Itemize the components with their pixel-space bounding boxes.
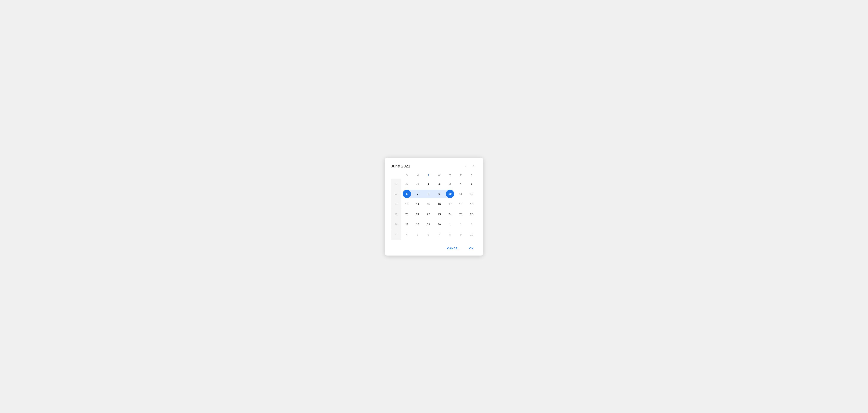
week-number: 24 <box>391 199 401 209</box>
calendar-day-cell[interactable]: 18 <box>456 199 466 209</box>
calendar-day-cell[interactable]: 27 <box>401 219 412 229</box>
calendar-day-cell[interactable]: 8 <box>444 229 455 240</box>
calendar-day-cell[interactable]: 28 <box>412 219 423 229</box>
day-number[interactable]: 2 <box>435 180 443 188</box>
day-number[interactable]: 7 <box>413 190 422 198</box>
calendar-day-cell[interactable]: 31 <box>412 179 423 189</box>
calendar-day-cell[interactable]: 10 <box>466 229 477 240</box>
day-number[interactable]: 4 <box>403 230 411 239</box>
day-number[interactable]: 9 <box>457 230 465 239</box>
calendar-day-cell[interactable]: 4 <box>401 229 412 240</box>
week-number: 26 <box>391 219 401 229</box>
weekday-header-fri: F <box>456 173 466 179</box>
calendar-day-cell[interactable]: 3 <box>466 219 477 229</box>
calendar-day-cell[interactable]: 16 <box>434 199 444 209</box>
calendar-day-cell[interactable]: 14 <box>412 199 423 209</box>
day-number[interactable]: 23 <box>435 210 443 218</box>
calendar-day-cell[interactable]: 5 <box>466 179 477 189</box>
calendar-day-cell[interactable]: 7 <box>412 189 423 199</box>
calendar-day-cell[interactable]: 6 <box>423 229 434 240</box>
day-number[interactable]: 20 <box>403 210 411 218</box>
day-number[interactable]: 27 <box>403 220 411 228</box>
calendar-day-cell[interactable]: 30 <box>401 179 412 189</box>
day-number[interactable]: 1 <box>446 220 454 228</box>
day-number[interactable]: 3 <box>467 220 476 228</box>
day-number[interactable]: 24 <box>446 210 454 218</box>
calendar-day-cell[interactable]: 15 <box>423 199 434 209</box>
calendar-day-cell[interactable]: 2 <box>434 179 444 189</box>
calendar-day-cell[interactable]: 7 <box>434 229 444 240</box>
day-number[interactable]: 28 <box>413 220 422 228</box>
calendar-day-cell[interactable]: 5 <box>412 229 423 240</box>
day-number[interactable]: 26 <box>467 210 476 218</box>
day-number[interactable]: 30 <box>435 220 443 228</box>
day-number[interactable]: 19 <box>467 200 476 208</box>
day-number[interactable]: 17 <box>446 200 454 208</box>
ok-button[interactable]: OK <box>466 245 477 252</box>
calendar-day-cell[interactable]: 22 <box>423 209 434 219</box>
day-number[interactable]: 12 <box>467 190 476 198</box>
calendar-day-cell[interactable]: 21 <box>412 209 423 219</box>
day-number[interactable]: 13 <box>403 200 411 208</box>
day-number[interactable]: 16 <box>435 200 443 208</box>
calendar-day-cell[interactable]: 26 <box>466 209 477 219</box>
cancel-button[interactable]: CANCEL <box>444 245 463 252</box>
calendar-day-cell[interactable]: 10 <box>444 189 455 199</box>
calendar-day-cell[interactable]: 12 <box>466 189 477 199</box>
calendar-day-cell[interactable]: 2 <box>456 219 466 229</box>
day-number[interactable]: 5 <box>467 180 476 188</box>
calendar-day-cell[interactable]: 11 <box>456 189 466 199</box>
day-number[interactable]: 22 <box>424 210 433 218</box>
day-number[interactable]: 11 <box>457 190 465 198</box>
day-number[interactable]: 6 <box>403 190 411 198</box>
day-number[interactable]: 6 <box>424 230 433 239</box>
day-number[interactable]: 5 <box>413 230 422 239</box>
calendar-day-cell[interactable]: 23 <box>434 209 444 219</box>
day-number[interactable]: 8 <box>446 230 454 239</box>
next-month-button[interactable]: › <box>471 163 477 169</box>
weekday-header-thu: T <box>444 173 455 179</box>
day-number[interactable]: 10 <box>446 190 454 198</box>
calendar-day-cell[interactable]: 30 <box>434 219 444 229</box>
calendar-day-cell[interactable]: 19 <box>466 199 477 209</box>
day-number[interactable]: 30 <box>403 180 411 188</box>
day-number[interactable]: 7 <box>435 230 443 239</box>
calendar-day-cell[interactable]: 9 <box>434 189 444 199</box>
calendar-day-cell[interactable]: 20 <box>401 209 412 219</box>
calendar-day-cell[interactable]: 1 <box>444 219 455 229</box>
month-title: June 2021 <box>391 164 410 168</box>
day-number[interactable]: 14 <box>413 200 422 208</box>
calendar-day-cell[interactable]: 25 <box>456 209 466 219</box>
calendar-table: S M T W T F S 22303112345236789101112241… <box>391 173 477 240</box>
calendar-day-cell[interactable]: 29 <box>423 219 434 229</box>
day-number[interactable]: 21 <box>413 210 422 218</box>
nav-buttons: ‹ › <box>463 163 477 169</box>
calendar-day-cell[interactable]: 9 <box>456 229 466 240</box>
calendar-day-cell[interactable]: 3 <box>444 179 455 189</box>
day-number[interactable]: 29 <box>424 220 433 228</box>
day-number[interactable]: 2 <box>457 220 465 228</box>
calendar-day-cell[interactable]: 13 <box>401 199 412 209</box>
week-number: 27 <box>391 229 401 240</box>
calendar-day-cell[interactable]: 4 <box>456 179 466 189</box>
day-number[interactable]: 3 <box>446 180 454 188</box>
calendar-day-cell[interactable]: 8 <box>423 189 434 199</box>
calendar-day-cell[interactable]: 24 <box>444 209 455 219</box>
day-number[interactable]: 25 <box>457 210 465 218</box>
weekday-header-tue: T <box>423 173 434 179</box>
day-number[interactable]: 1 <box>424 180 433 188</box>
day-number[interactable]: 4 <box>457 180 465 188</box>
prev-month-button[interactable]: ‹ <box>463 163 469 169</box>
weekday-header-wed: W <box>434 173 444 179</box>
day-number[interactable]: 8 <box>424 190 433 198</box>
calendar-day-cell[interactable]: 17 <box>444 199 455 209</box>
dialog-actions: CANCEL OK <box>391 244 477 252</box>
calendar-day-cell[interactable]: 6 <box>401 189 412 199</box>
day-number[interactable]: 9 <box>435 190 443 198</box>
day-number[interactable]: 18 <box>457 200 465 208</box>
day-number[interactable]: 10 <box>467 230 476 239</box>
day-number[interactable]: 15 <box>424 200 433 208</box>
day-number[interactable]: 31 <box>413 180 422 188</box>
calendar-header: June 2021 ‹ › <box>391 163 477 169</box>
calendar-day-cell[interactable]: 1 <box>423 179 434 189</box>
